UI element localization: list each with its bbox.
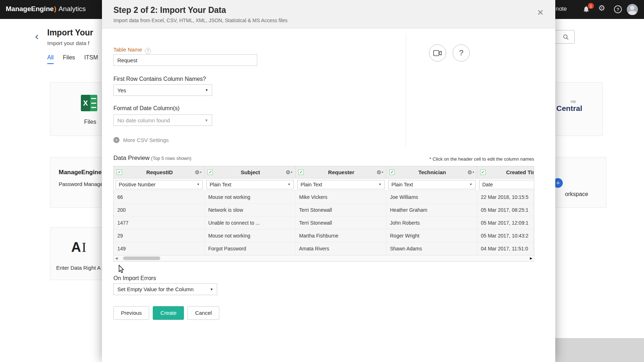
brand-swoosh: ) xyxy=(54,5,56,13)
question-icon: ? xyxy=(459,48,463,58)
date-format-label: Format of Date Column(s) xyxy=(113,105,180,112)
table-cell: 1477 xyxy=(114,216,205,229)
enter-data-card-label: Enter Data Right A xyxy=(56,265,101,271)
column-header[interactable]: ✓Requester⚙▾ xyxy=(296,166,386,178)
column-type-select[interactable]: Positive Number▼ xyxy=(116,180,203,189)
column-type-select[interactable]: Plain Text▼ xyxy=(388,180,475,189)
password-manager-title: ManageEngine xyxy=(59,169,102,176)
dialog-buttons: Previous Create Cancel xyxy=(113,306,219,320)
more-csv-settings-link[interactable]: + More CSV Settings xyxy=(113,137,169,143)
text-cursor-icon: AI xyxy=(71,240,86,254)
scroll-right-icon[interactable]: ▶ xyxy=(530,256,532,260)
column-type-cell: Plain Text▼ xyxy=(296,180,386,189)
topbar-note-label[interactable]: note xyxy=(556,6,567,12)
horizontal-scrollbar[interactable]: ◀ ▶ xyxy=(114,255,534,261)
column-name: Requester xyxy=(306,169,377,175)
column-settings-icon[interactable]: ⚙▾ xyxy=(377,170,383,175)
help-panel: ? xyxy=(406,34,406,147)
caret-down-icon: ▼ xyxy=(205,118,208,122)
column-settings-icon[interactable]: ⚙▾ xyxy=(468,170,474,175)
first-row-label: First Row Contains Column Names? xyxy=(113,76,206,82)
first-row-select[interactable]: Yes▼ xyxy=(113,84,212,96)
plus-icon: + xyxy=(113,137,119,143)
table-name-input[interactable] xyxy=(113,54,257,66)
column-checkbox[interactable]: ✓ xyxy=(298,170,304,175)
caret-down-icon: ▼ xyxy=(210,288,213,291)
workspace-label: orkspace xyxy=(565,191,588,197)
tab-all[interactable]: All xyxy=(47,54,54,64)
table-cell: 149 xyxy=(114,242,205,255)
preview-note: (Top 5 rows shown) xyxy=(151,156,191,161)
cancel-button[interactable]: Cancel xyxy=(187,306,219,320)
table-cell: Mike Vickers xyxy=(296,191,386,203)
table-cell: 22 Mar 2018, 10:15:5 xyxy=(477,191,534,203)
table-cell: Terri Stonewall xyxy=(296,216,386,229)
scroll-left-icon[interactable]: ◀ xyxy=(115,256,118,260)
column-header[interactable]: ✓Created Time⚙▾ xyxy=(477,166,534,178)
column-checkbox[interactable]: ✓ xyxy=(389,170,395,175)
video-tutorial-button[interactable] xyxy=(429,44,446,62)
caret-down-icon: ▼ xyxy=(205,88,208,92)
column-settings-icon[interactable]: ⚙▾ xyxy=(286,170,292,175)
column-checkbox[interactable]: ✓ xyxy=(208,170,213,175)
column-header[interactable]: ✓Subject⚙▾ xyxy=(205,166,296,178)
previous-button[interactable]: Previous xyxy=(113,306,149,320)
search-icon xyxy=(563,34,569,40)
on-import-errors-select[interactable]: Set Empty Value for the Column▼ xyxy=(113,283,217,295)
column-header[interactable]: ✓Technician⚙▾ xyxy=(386,166,477,178)
table-cell: 05 Mar 2017, 08:25:1 xyxy=(477,204,534,216)
create-button[interactable]: Create xyxy=(153,306,184,320)
table-cell: Mouse not working xyxy=(205,191,296,203)
column-type-select[interactable]: Plain Text▼ xyxy=(206,180,294,189)
tab-itsm[interactable]: ITSM xyxy=(84,54,98,64)
column-name: Subject xyxy=(215,169,286,175)
column-checkbox[interactable]: ✓ xyxy=(480,170,486,175)
column-checkbox[interactable]: ✓ xyxy=(117,170,122,175)
user-avatar[interactable] xyxy=(627,4,638,15)
column-name: Created Time xyxy=(488,169,534,175)
product-name: Analytics xyxy=(58,5,86,13)
close-button[interactable]: ✕ xyxy=(537,9,544,17)
back-arrow-icon[interactable]: ‹ xyxy=(35,31,39,41)
column-settings-icon[interactable]: ⚙▾ xyxy=(195,170,201,175)
field-help-icon[interactable]: ? xyxy=(145,48,151,54)
preview-header: Data Preview(Top 5 rows shown) * Click o… xyxy=(113,155,534,162)
central-label: Central xyxy=(556,104,582,113)
table-cell: Amata Rivers xyxy=(296,242,386,255)
column-type-select[interactable]: Plain Text▼ xyxy=(297,180,385,189)
gear-icon: ⚙ xyxy=(598,4,605,13)
table-cell: Roger Wright xyxy=(386,229,477,242)
table-cell: 29 xyxy=(114,229,205,242)
password-manager-subtitle: Password Manager xyxy=(59,181,105,187)
preview-body: 66Mouse not workingMike VickersJoe Willi… xyxy=(114,191,534,255)
more-csv-settings-label: More CSV Settings xyxy=(123,137,169,143)
scrollbar-thumb[interactable] xyxy=(123,256,160,260)
help-circle-button[interactable]: ? xyxy=(453,44,470,62)
table-row: 1477Unable to connect to ...Terri Stonew… xyxy=(114,216,534,229)
column-type-select[interactable]: Date▼ xyxy=(479,180,534,189)
central-brand-fragment: ne xyxy=(571,99,576,104)
column-type-cell: Date▼ xyxy=(477,180,534,189)
table-row: 66Mouse not workingMike VickersJoe Willi… xyxy=(114,191,534,204)
caret-down-icon: ▼ xyxy=(288,183,291,186)
table-cell: Terri Stonewall xyxy=(296,204,386,216)
close-icon: ✕ xyxy=(537,8,544,17)
help-button[interactable]: ? xyxy=(614,5,622,13)
tab-files[interactable]: Files xyxy=(63,54,75,64)
date-format-select[interactable]: No date column found▼ xyxy=(113,114,212,126)
column-type-cell: Positive Number▼ xyxy=(114,180,205,189)
table-cell: 200 xyxy=(114,204,205,216)
notification-badge: 1 xyxy=(588,3,594,9)
dialog-header: Step 2 of 2: Import Your Data Import dat… xyxy=(102,0,555,29)
caret-down-icon: ▼ xyxy=(197,183,200,186)
table-cell: Mouse not working xyxy=(205,229,296,242)
column-header[interactable]: ✓RequestID⚙▾ xyxy=(114,166,205,178)
tab-bar: All Files ITSM xyxy=(47,54,98,64)
preview-header-row: ✓RequestID⚙▾✓Subject⚙▾✓Requester⚙▾✓Techn… xyxy=(114,166,534,178)
table-cell: 05 Mar 2017, 12:09:1 xyxy=(477,216,534,229)
table-row: 149Forgot PasswordAmata RiversShawn Adam… xyxy=(114,242,534,255)
data-preview-table: ✓RequestID⚙▾✓Subject⚙▾✓Requester⚙▾✓Techn… xyxy=(113,166,534,261)
settings-button[interactable]: ⚙ xyxy=(598,4,605,12)
table-name-label: Table Name? xyxy=(113,47,151,54)
table-row: 29Mouse not workingMartha FishburneRoger… xyxy=(114,229,534,242)
